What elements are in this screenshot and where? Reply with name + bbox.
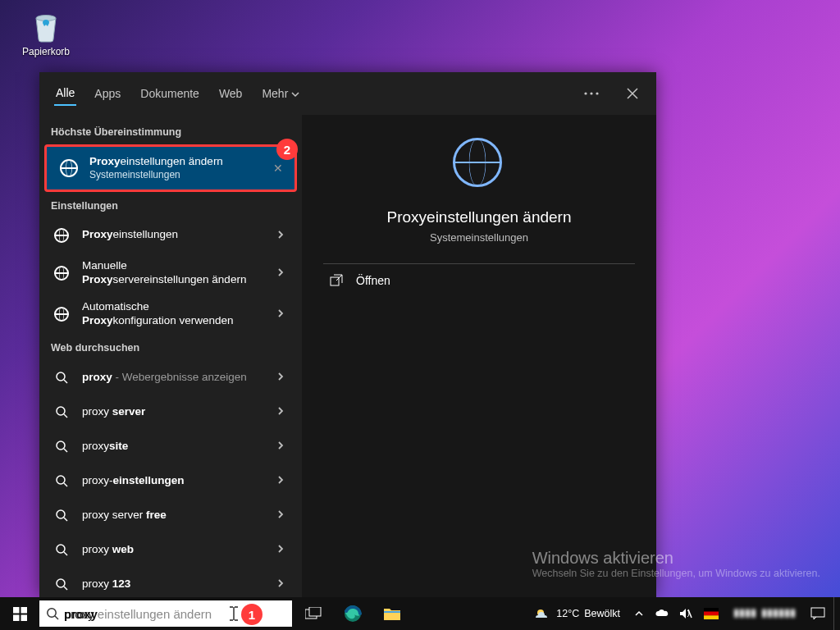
- search-tabs: Alle Apps Dokumente Web Mehr: [39, 72, 656, 115]
- preview-pane: Proxyeinstellungen ändern Systemeinstell…: [302, 115, 656, 597]
- search-panel: Alle Apps Dokumente Web Mehr Höchste Übe…: [39, 72, 656, 597]
- tray-overflow[interactable]: [630, 597, 648, 630]
- chevron-right-icon: [276, 508, 297, 523]
- svg-rect-21: [384, 611, 400, 613]
- best-match-item[interactable]: Proxyeinstellungen ändern Systemeinstell…: [44, 144, 297, 192]
- chevron-up-icon: [635, 609, 643, 618]
- tray-clock[interactable]: ▮▮▮▮▮▮▮▮▮▮: [727, 597, 802, 630]
- chevron-right-icon: [276, 439, 297, 454]
- svg-rect-19: [309, 607, 321, 616]
- tray-language[interactable]: [699, 597, 724, 630]
- globe-icon: [51, 304, 72, 325]
- svg-rect-16: [21, 614, 27, 621]
- svg-point-1: [584, 92, 587, 94]
- section-settings: Einstellungen: [39, 192, 302, 218]
- taskbar-searchbox[interactable]: proxyeinstellungen ändern 1: [39, 600, 292, 627]
- activation-watermark: Windows aktivieren Wechseln Sie zu den E…: [532, 549, 820, 579]
- svg-point-17: [48, 609, 56, 617]
- best-match-sub: Systemeinstellungen: [89, 169, 263, 181]
- web-result-item[interactable]: proxysite: [39, 429, 302, 463]
- chevron-right-icon: [276, 370, 297, 385]
- section-web: Web durchsuchen: [39, 334, 302, 360]
- best-match-title: Proxyeinstellungen ändern: [89, 155, 263, 169]
- globe-icon: [51, 262, 72, 284]
- svg-rect-26: [704, 615, 719, 619]
- web-result-item[interactable]: proxy server free: [39, 498, 302, 532]
- web-result-item[interactable]: proxy server: [39, 395, 302, 429]
- options-button[interactable]: [579, 81, 604, 106]
- settings-result-item[interactable]: ManuelleProxyservereinstellungen ändern: [39, 253, 302, 294]
- text-cursor-icon: [228, 605, 240, 622]
- globe-icon: [58, 158, 80, 179]
- search-icon: [51, 401, 72, 422]
- task-view-icon: [305, 607, 322, 620]
- taskbar-app-explorer[interactable]: [372, 597, 412, 630]
- desktop-icon-label: Papierkorb: [15, 46, 77, 57]
- svg-point-5: [57, 407, 65, 415]
- chevron-right-icon: [276, 228, 297, 243]
- tab-web[interactable]: Web: [217, 82, 244, 105]
- svg-rect-15: [13, 614, 20, 621]
- web-result-item[interactable]: proxy-einstellungen: [39, 463, 302, 498]
- svg-point-3: [596, 92, 598, 94]
- weather-icon: [535, 607, 551, 620]
- settings-result-item[interactable]: AutomatischeProxykonfiguration verwenden: [39, 294, 302, 335]
- globe-icon: [51, 225, 72, 246]
- tab-all[interactable]: Alle: [54, 81, 76, 106]
- preview-open-action[interactable]: Öffnen: [302, 264, 656, 297]
- desktop-icon-recyclebin[interactable]: Papierkorb: [15, 8, 77, 57]
- svg-rect-25: [704, 612, 719, 616]
- start-button[interactable]: [0, 597, 39, 630]
- chevron-right-icon: [276, 542, 297, 557]
- web-result-item[interactable]: proxy web: [39, 532, 302, 567]
- search-icon: [51, 436, 72, 457]
- section-best-match: Höchste Übereinstimmung: [39, 118, 302, 144]
- svg-rect-13: [13, 607, 20, 614]
- tab-documents[interactable]: Dokumente: [139, 82, 201, 105]
- web-result-item[interactable]: proxy 123: [39, 567, 302, 597]
- folder-icon: [383, 606, 401, 621]
- close-icon: [627, 88, 638, 99]
- preview-title: Proxyeinstellungen ändern: [387, 208, 572, 226]
- chevron-right-icon: [276, 266, 297, 281]
- web-result-item[interactable]: proxy - Webergebnisse anzeigen: [39, 360, 302, 395]
- recycle-bin-icon: [28, 8, 64, 44]
- annotation-callout-2: 2: [276, 139, 298, 160]
- task-view-button[interactable]: [294, 597, 333, 630]
- system-tray: 12°C Bewölkt ▮▮▮▮▮▮▮▮▮▮: [528, 597, 840, 630]
- action-center-button[interactable]: [806, 597, 830, 630]
- volume-icon: [679, 608, 692, 619]
- preview-sub: Systemeinstellungen: [430, 231, 528, 244]
- open-icon: [330, 274, 343, 287]
- chevron-right-icon: [276, 577, 297, 591]
- notification-icon: [810, 607, 825, 620]
- close-button[interactable]: [620, 81, 645, 106]
- show-desktop-button[interactable]: [833, 597, 838, 630]
- taskbar: proxyeinstellungen ändern 1 12°C Bewölkt: [0, 597, 840, 630]
- tab-more[interactable]: Mehr: [260, 82, 301, 105]
- chevron-right-icon: [276, 404, 297, 419]
- svg-point-4: [57, 372, 65, 381]
- chevron-down-icon: [291, 90, 299, 98]
- weather-widget[interactable]: 12°C Bewölkt: [528, 597, 627, 630]
- taskbar-app-edge[interactable]: [333, 597, 372, 630]
- search-icon: [46, 607, 59, 620]
- preview-globe-icon: [453, 138, 505, 190]
- svg-rect-14: [21, 607, 27, 614]
- cloud-icon: [655, 609, 669, 619]
- search-icon: [51, 470, 72, 491]
- remove-icon[interactable]: ✕: [273, 162, 290, 175]
- settings-result-item[interactable]: Proxyeinstellungen: [39, 218, 302, 253]
- svg-point-2: [590, 92, 592, 94]
- results-column: Höchste Übereinstimmung Proxyeinstellung…: [39, 115, 302, 597]
- annotation-callout-1: 1: [241, 604, 262, 625]
- chevron-right-icon: [276, 307, 297, 322]
- ellipsis-icon: [584, 92, 599, 95]
- tray-onedrive[interactable]: [651, 597, 673, 630]
- tab-apps[interactable]: Apps: [93, 82, 122, 105]
- svg-point-10: [57, 579, 65, 587]
- tray-volume[interactable]: [676, 597, 696, 630]
- search-icon: [51, 504, 72, 526]
- edge-icon: [344, 605, 362, 623]
- svg-point-9: [57, 545, 65, 553]
